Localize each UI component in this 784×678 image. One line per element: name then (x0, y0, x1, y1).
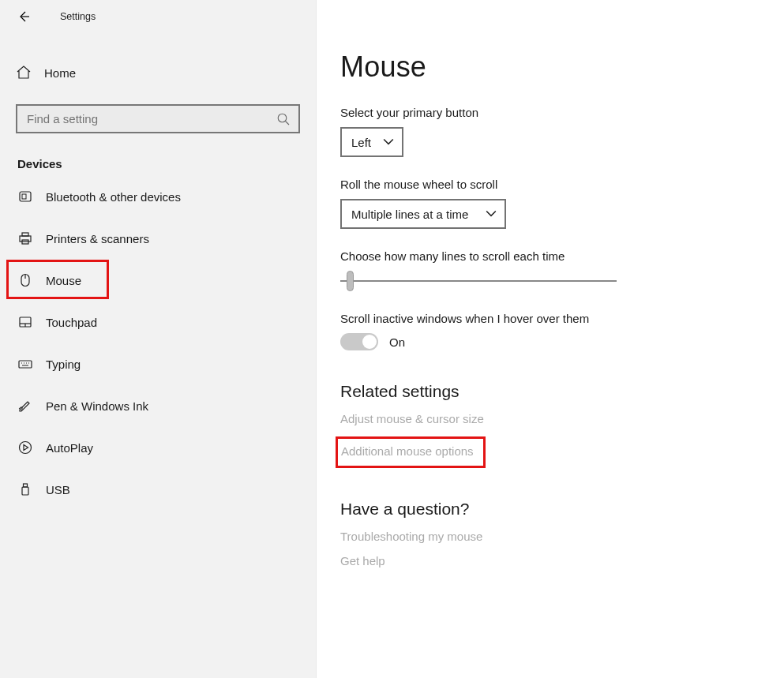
bluetooth-icon (17, 189, 46, 204)
app-title: Settings (60, 11, 96, 22)
sidebar-item-label: Touchpad (46, 316, 97, 329)
sidebar-item-label: Typing (46, 358, 81, 371)
link-get-help[interactable]: Get help (340, 554, 385, 567)
svg-rect-1 (20, 192, 31, 201)
sidebar-item-label: AutoPlay (46, 441, 93, 455)
hover-scroll-state: On (389, 335, 405, 349)
svg-rect-2 (22, 194, 26, 199)
scroll-mode-label: Roll the mouse wheel to scroll (340, 178, 784, 191)
toggle-knob (362, 335, 377, 349)
nav-home-label: Home (44, 66, 76, 80)
titlebar: Settings (0, 0, 316, 33)
sidebar-item-label: Printers & scanners (46, 232, 149, 245)
slider-track (340, 280, 617, 283)
sidebar-item-printers[interactable]: Printers & scanners (0, 220, 316, 257)
svg-point-0 (278, 114, 287, 122)
sidebar: Settings Home Devices Bluetooth & other … (0, 0, 317, 678)
svg-rect-18 (22, 487, 28, 495)
page-title: Mouse (340, 51, 784, 84)
link-adjust-size[interactable]: Adjust mouse & cursor size (340, 412, 484, 425)
back-button[interactable] (9, 2, 38, 31)
chevron-down-icon (486, 208, 497, 219)
hover-scroll-toggle[interactable] (340, 333, 378, 350)
autoplay-icon (17, 440, 46, 455)
scroll-mode-dropdown[interactable]: Multiple lines at a time (340, 199, 506, 229)
svg-rect-11 (19, 361, 32, 368)
touchpad-icon (17, 314, 46, 330)
sidebar-item-usb[interactable]: USB (0, 471, 316, 508)
sidebar-item-label: Pen & Windows Ink (46, 399, 148, 413)
sidebar-item-label: Bluetooth & other devices (46, 190, 181, 204)
primary-button-value: Left (351, 136, 371, 149)
sidebar-item-label: USB (46, 483, 70, 496)
primary-button-label: Select your primary button (340, 106, 784, 119)
search-icon (276, 112, 291, 126)
lines-slider[interactable] (340, 271, 617, 291)
typing-icon (17, 356, 46, 372)
category-header: Devices (17, 157, 298, 170)
mouse-icon (17, 272, 46, 288)
main-content: Mouse Select your primary button Left Ro… (317, 0, 784, 678)
pen-icon (17, 398, 46, 414)
sidebar-item-touchpad[interactable]: Touchpad (0, 304, 316, 340)
sidebar-item-mouse[interactable]: Mouse (0, 262, 316, 298)
arrow-left-icon (17, 10, 30, 23)
related-settings-heading: Related settings (340, 382, 784, 401)
svg-rect-3 (20, 236, 31, 242)
nav-home[interactable]: Home (0, 55, 316, 90)
svg-rect-19 (24, 484, 28, 487)
question-heading: Have a question? (340, 500, 784, 519)
nav-list: Bluetooth & other devicesPrinters & scan… (0, 178, 316, 508)
primary-button-dropdown[interactable]: Left (340, 127, 403, 157)
slider-thumb[interactable] (347, 271, 354, 291)
search-input[interactable] (25, 111, 276, 126)
sidebar-item-bluetooth[interactable]: Bluetooth & other devices (0, 178, 316, 215)
search-box[interactable] (16, 104, 300, 133)
sidebar-item-typing[interactable]: Typing (0, 346, 316, 382)
sidebar-item-pen[interactable]: Pen & Windows Ink (0, 388, 316, 424)
svg-point-17 (20, 442, 32, 454)
home-icon (16, 65, 32, 81)
svg-rect-4 (22, 233, 28, 236)
usb-icon (17, 481, 46, 497)
hover-scroll-label: Scroll inactive windows when I hover ove… (340, 312, 784, 325)
lines-label: Choose how many lines to scroll each tim… (340, 249, 784, 263)
link-troubleshoot[interactable]: Troubleshooting my mouse (340, 530, 482, 543)
scroll-mode-value: Multiple lines at a time (351, 208, 468, 221)
link-additional-options[interactable]: Additional mouse options (341, 444, 474, 458)
printers-icon (17, 230, 46, 246)
chevron-down-icon (383, 137, 394, 148)
sidebar-item-autoplay[interactable]: AutoPlay (0, 429, 316, 466)
sidebar-item-label: Mouse (46, 274, 81, 287)
annotation-highlight: Additional mouse options (336, 436, 486, 468)
